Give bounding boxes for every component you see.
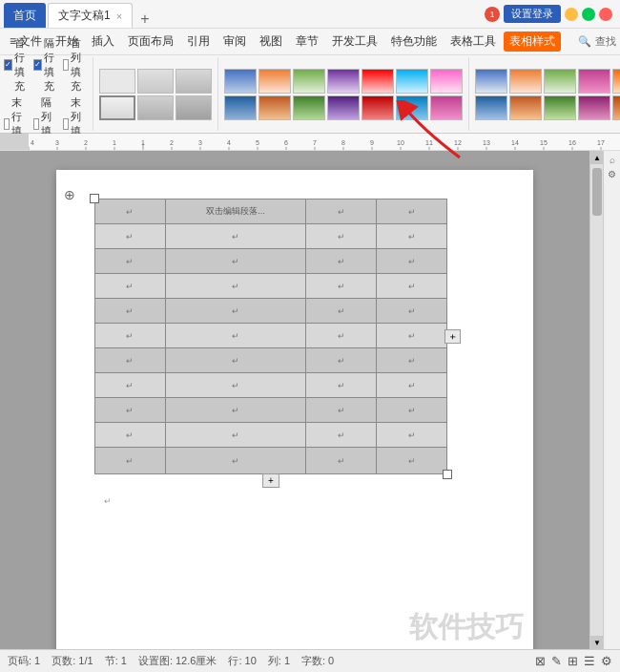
document-table[interactable]: ↵ 双击编辑段落... ↵ ↵ ↵ ↵ ↵ ↵ [94, 199, 447, 474]
style-blue[interactable] [224, 69, 257, 94]
table-cell[interactable]: ↵ [306, 249, 377, 274]
table-cell[interactable]: ↵ [377, 324, 447, 348]
style-purple-2[interactable] [327, 95, 360, 120]
style-c2-9[interactable] [578, 95, 610, 120]
view-icon-1[interactable]: ⊠ [535, 654, 546, 668]
view-icon-5[interactable]: ⚙ [601, 654, 612, 668]
style-gray-1[interactable] [99, 69, 135, 94]
scroll-up-button[interactable]: ▲ [590, 151, 604, 164]
table-cell[interactable]: ↵ [165, 249, 306, 274]
tab-close-icon[interactable]: × [116, 10, 122, 22]
table-handle-tl[interactable] [90, 194, 99, 203]
style-gray-6[interactable] [176, 95, 212, 120]
style-red-2[interactable] [362, 95, 394, 120]
table-cell[interactable]: ↵ [95, 249, 166, 274]
style-gray-5[interactable] [137, 95, 174, 120]
table-cell[interactable]: ↵ [306, 299, 377, 324]
scroll-down-button[interactable]: ▼ [590, 636, 604, 649]
table-cell[interactable]: ↵ [95, 299, 166, 324]
tool-search[interactable]: ⌕ [610, 155, 615, 165]
style-red[interactable] [362, 69, 394, 94]
login-button[interactable]: 设置登录 [504, 5, 561, 23]
table-cell[interactable]: ↵ [306, 398, 377, 423]
cb-alt-col-box[interactable] [33, 118, 39, 130]
table-cell[interactable]: ↵ [165, 224, 306, 249]
cb-first-col[interactable]: 首列填充 [63, 36, 87, 94]
menu-ref[interactable]: 引用 [181, 32, 216, 52]
style-c2-6[interactable] [475, 95, 507, 120]
table-cell[interactable]: ↵ [377, 200, 447, 224]
style-c2-2[interactable] [509, 69, 542, 94]
table-cell[interactable]: ↵ [377, 398, 447, 423]
menu-section[interactable]: 章节 [290, 32, 324, 52]
table-cell[interactable]: ↵ [306, 448, 377, 474]
table-cell[interactable]: ↵ [377, 448, 447, 474]
style-teal[interactable] [396, 69, 428, 94]
style-c2-7[interactable] [509, 95, 542, 120]
style-gray-4[interactable] [99, 95, 135, 120]
table-cell[interactable]: ↵ [95, 448, 166, 474]
new-tab-button[interactable]: + [133, 10, 156, 28]
style-c2-1[interactable] [475, 69, 507, 94]
table-cell[interactable]: ↵ [377, 348, 447, 373]
doc-content[interactable]: ⊕ ↵ 双击编辑段落... ↵ ↵ [0, 151, 589, 649]
table-cell[interactable]: ↵ [306, 274, 377, 299]
table-cell[interactable]: ↵ [306, 348, 377, 373]
menu-table-style[interactable]: 表相样式 [504, 32, 561, 52]
cb-first-col-box[interactable] [63, 59, 69, 71]
tab-home[interactable]: 首页 [4, 3, 46, 28]
table-cell[interactable]: ↵ [95, 423, 166, 448]
table-cell[interactable]: ↵ [306, 224, 377, 249]
table-cell[interactable]: ↵ [165, 373, 306, 398]
view-icon-4[interactable]: ☰ [584, 654, 595, 668]
table-cell[interactable]: ↵ [165, 398, 306, 423]
table-cell[interactable]: ↵ [377, 274, 447, 299]
menu-layout[interactable]: 页面布局 [122, 32, 179, 52]
cb-alt-row-box[interactable]: ✓ [33, 59, 42, 71]
style-blue-2[interactable] [224, 95, 257, 120]
table-cell[interactable]: ↵ [165, 324, 306, 348]
table-cell[interactable]: ↵ [306, 324, 377, 348]
table-cell[interactable]: ↵ [95, 348, 166, 373]
table-cell[interactable]: ↵ [95, 200, 166, 224]
style-teal-2[interactable] [396, 95, 428, 120]
cb-alt-row[interactable]: ✓ 隔行填充 [33, 36, 57, 94]
style-green[interactable] [293, 69, 325, 94]
table-cell[interactable]: ↵ [377, 299, 447, 324]
view-icon-2[interactable]: ✎ [551, 654, 562, 668]
vertical-scrollbar[interactable]: ▲ ▼ [589, 151, 603, 649]
style-orange[interactable] [258, 69, 291, 94]
table-cell[interactable]: ↵ [95, 398, 166, 423]
cb-first-row[interactable]: ✓ 首行填充 [4, 36, 28, 94]
menu-view[interactable]: 视图 [254, 32, 288, 52]
table-cell[interactable]: ↵ [95, 373, 166, 398]
table-cell-merged[interactable]: 双击编辑段落... [165, 200, 306, 224]
cb-first-row-box[interactable]: ✓ [4, 59, 12, 71]
notification-badge[interactable]: 1 [485, 7, 500, 22]
style-pink[interactable] [430, 69, 463, 94]
style-gray-3[interactable] [176, 69, 212, 94]
table-cell[interactable]: ↵ [377, 423, 447, 448]
table-handle-br[interactable] [443, 470, 452, 479]
table-cell[interactable]: ↵ [95, 274, 166, 299]
move-handle[interactable]: ⊕ [64, 187, 75, 202]
style-c2-10[interactable] [612, 95, 620, 120]
menu-table-tools[interactable]: 表格工具 [444, 32, 502, 52]
view-icon-3[interactable]: ⊞ [568, 654, 578, 668]
scroll-thumb[interactable] [592, 168, 602, 216]
style-gray-2[interactable] [137, 69, 174, 94]
table-cell[interactable]: ↵ [165, 448, 306, 474]
style-purple[interactable] [327, 69, 360, 94]
style-c2-5[interactable] [612, 69, 620, 94]
menu-review[interactable]: 审阅 [217, 32, 252, 52]
style-c2-4[interactable] [578, 69, 610, 94]
style-pink-2[interactable] [430, 95, 463, 120]
table-cell[interactable]: ↵ [165, 274, 306, 299]
table-cell[interactable]: ↵ [306, 373, 377, 398]
tab-doc[interactable]: 文字文稿1 × [48, 3, 133, 28]
table-cell[interactable]: ↵ [165, 299, 306, 324]
style-orange-2[interactable] [258, 95, 291, 120]
cb-last-col-box[interactable] [63, 118, 69, 130]
add-row-button[interactable]: + [444, 329, 461, 345]
style-c2-8[interactable] [544, 95, 576, 120]
